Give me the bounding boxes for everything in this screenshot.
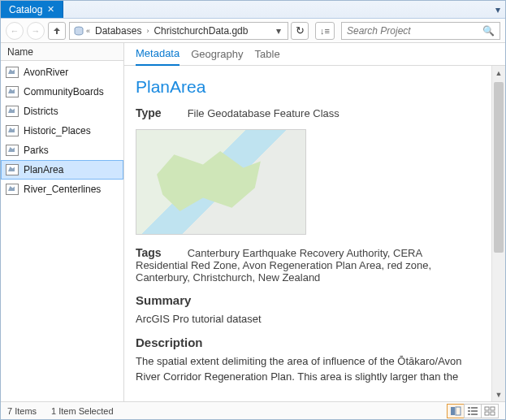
content-pane: Metadata Geography Table PlanArea Type F… [124, 43, 505, 401]
scroll-up-icon[interactable]: ▲ [492, 66, 505, 80]
column-header-name[interactable]: Name [1, 43, 123, 61]
close-icon[interactable]: ✕ [47, 4, 54, 15]
selection-count: 1 Item Selected [51, 406, 113, 416]
breadcrumb[interactable]: « Databases › ChristchurchData.gdb ▾ [69, 22, 288, 40]
tab-geography[interactable]: Geography [191, 48, 243, 65]
scroll-down-icon[interactable]: ▼ [492, 388, 505, 401]
search-box[interactable]: 🔍 [341, 22, 500, 40]
description-text: The spatial extent delimiting the area o… [136, 354, 477, 385]
svg-rect-5 [468, 410, 470, 412]
metadata-panel: PlanArea Type File Geodatabase Feature C… [124, 66, 491, 401]
description-heading: Description [136, 336, 477, 349]
item-label: Districts [24, 106, 58, 117]
feature-class-icon [6, 106, 19, 117]
svg-rect-4 [471, 407, 478, 409]
svg-rect-1 [451, 407, 455, 415]
tags-value: Canterbury Earthquake Recovery Authority… [136, 247, 431, 284]
database-icon [73, 26, 84, 36]
metadata-title: PlanArea [136, 77, 477, 97]
tab-label: Catalog [9, 4, 42, 15]
tab-metadata[interactable]: Metadata [136, 47, 179, 66]
feature-class-icon [6, 184, 19, 195]
item-label: River_Centerlines [24, 184, 101, 195]
vertical-scrollbar[interactable]: ▲ ▼ [491, 66, 505, 401]
svg-rect-10 [491, 407, 495, 410]
thumbnail-map [136, 129, 306, 235]
metadata-wrap: PlanArea Type File Geodatabase Feature C… [124, 66, 505, 401]
list-item[interactable]: CommunityBoards [1, 82, 123, 102]
svg-rect-12 [491, 412, 495, 415]
svg-rect-7 [468, 414, 470, 415]
window-tabbar: Catalog ✕ ▾ [1, 1, 505, 19]
sidebar: Name AvonRiver CommunityBoards Districts… [1, 43, 124, 401]
feature-class-icon [6, 145, 19, 156]
type-label: Type [136, 106, 176, 119]
svg-rect-6 [471, 410, 478, 412]
breadcrumb-seg-gdb[interactable]: ChristchurchData.gdb [150, 25, 251, 37]
item-label: Historic_Places [24, 125, 91, 136]
tags-row: Tags Canterbury Earthquake Recovery Auth… [136, 246, 477, 284]
tab-table[interactable]: Table [255, 48, 280, 65]
detail-tabs: Metadata Geography Table [124, 43, 505, 66]
feature-class-icon [6, 125, 19, 136]
search-icon[interactable]: 🔍 [482, 25, 495, 37]
view-details-button[interactable] [447, 404, 465, 418]
feature-class-icon [6, 86, 19, 97]
breadcrumb-dropdown[interactable]: ▾ [273, 25, 284, 37]
list-item[interactable]: Parks [1, 141, 123, 160]
up-arrow-icon [52, 26, 62, 36]
list-item[interactable]: Districts [1, 102, 123, 121]
item-label: PlanArea [24, 164, 63, 175]
list-item[interactable]: AvonRiver [1, 63, 123, 82]
type-row: Type File Geodatabase Feature Class [136, 106, 477, 119]
view-list-button[interactable] [464, 404, 482, 418]
feature-class-icon [6, 67, 19, 78]
tab-catalog[interactable]: Catalog ✕ [1, 1, 63, 18]
svg-rect-2 [456, 407, 461, 415]
sort-button[interactable]: ↓≡ [315, 22, 335, 40]
tags-label: Tags [136, 246, 176, 259]
tabbar-menu-dropdown[interactable]: ▾ [491, 1, 505, 18]
refresh-button[interactable]: ↻ [291, 22, 309, 40]
item-label: AvonRiver [24, 67, 68, 78]
list-item[interactable]: PlanArea [1, 160, 123, 180]
chevron-right-icon: › [145, 27, 150, 35]
list-item[interactable]: Historic_Places [1, 121, 123, 141]
svg-rect-9 [485, 407, 489, 410]
svg-rect-3 [468, 407, 470, 409]
svg-rect-8 [471, 414, 478, 415]
summary-text: ArcGIS Pro tutorial dataset [136, 312, 477, 327]
back-button[interactable]: ← [6, 22, 24, 40]
search-input[interactable] [347, 25, 482, 37]
item-count: 7 Items [7, 406, 37, 416]
summary-heading: Summary [136, 293, 477, 307]
svg-rect-11 [485, 412, 489, 415]
forward-button[interactable]: → [27, 22, 45, 40]
view-tiles-button[interactable] [481, 404, 499, 418]
item-label: Parks [24, 145, 49, 156]
scroll-thumb[interactable] [494, 82, 504, 253]
toolbar: ← → « Databases › ChristchurchData.gdb ▾… [1, 19, 505, 43]
list-item[interactable]: River_Centerlines [1, 180, 123, 199]
up-button[interactable] [48, 22, 66, 40]
feature-class-icon [6, 164, 19, 175]
item-label: CommunityBoards [24, 86, 104, 97]
type-value: File Geodatabase Feature Class [188, 107, 339, 119]
statusbar: 7 Items 1 Item Selected [1, 401, 505, 419]
chevron-icon: « [84, 27, 92, 35]
item-list: AvonRiver CommunityBoards Districts Hist… [1, 61, 123, 401]
body: Name AvonRiver CommunityBoards Districts… [1, 43, 505, 401]
breadcrumb-seg-databases[interactable]: Databases [92, 25, 145, 37]
